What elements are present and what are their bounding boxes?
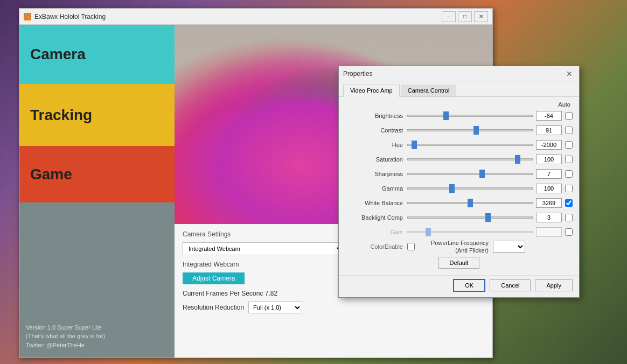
gamma-value[interactable]: 100 bbox=[536, 184, 562, 193]
contrast-auto-checkbox[interactable] bbox=[565, 127, 573, 134]
auto-header: Auto bbox=[345, 101, 573, 108]
title-bar: 🔧 ExBawx Hololol Tracking – □ ✕ bbox=[19, 9, 492, 25]
hue-value[interactable]: -2000 bbox=[536, 140, 562, 150]
hue-slider[interactable] bbox=[407, 144, 533, 146]
brightness-auto-checkbox[interactable] bbox=[565, 112, 573, 120]
dialog-tabs: Video Proc Amp Camera Control bbox=[339, 81, 579, 97]
brightness-label: Brightness bbox=[345, 113, 407, 119]
version-text: Version 1.0 Super Super Lite (That's wha… bbox=[26, 323, 168, 350]
saturation-label: Saturation bbox=[345, 156, 407, 163]
sidebar-item-game[interactable]: Game bbox=[19, 146, 175, 202]
prop-row-contrast: Contrast 91 bbox=[345, 124, 573, 136]
sidebar-item-tracking[interactable]: Tracking bbox=[19, 84, 175, 146]
brightness-slider[interactable] bbox=[407, 115, 533, 117]
sidebar: Camera Tracking Game Version 1.0 Super S… bbox=[19, 25, 175, 358]
white-balance-slider[interactable] bbox=[407, 202, 533, 204]
prop-row-hue: Hue -2000 bbox=[345, 139, 573, 151]
color-enable-row: ColorEnable PowerLine Frequency (Anti Fl… bbox=[345, 241, 573, 253]
prop-row-white-balance: White Balance 3269 bbox=[345, 197, 573, 209]
white-balance-auto-checkbox[interactable] bbox=[565, 199, 573, 207]
gain-label: Gain bbox=[345, 229, 407, 235]
contrast-label: Contrast bbox=[345, 127, 407, 134]
color-enable-label: ColorEnable bbox=[345, 243, 407, 250]
backlight-comp-auto-checkbox[interactable] bbox=[565, 214, 573, 221]
default-button[interactable]: Default bbox=[438, 257, 480, 269]
gain-slider-container bbox=[407, 228, 533, 236]
backlight-comp-value[interactable]: 3 bbox=[536, 213, 562, 222]
hue-auto-checkbox[interactable] bbox=[565, 141, 573, 149]
white-balance-value[interactable]: 3269 bbox=[536, 198, 562, 208]
contrast-slider-container bbox=[407, 126, 533, 135]
app-title: ExBawx Hololol Tracking bbox=[34, 13, 106, 20]
color-enable-checkbox[interactable] bbox=[407, 243, 415, 250]
prop-row-sharpness: Sharpness 7 bbox=[345, 168, 573, 180]
backlight-comp-slider[interactable] bbox=[407, 216, 533, 219]
sharpness-value[interactable]: 7 bbox=[536, 169, 562, 179]
saturation-value[interactable]: 100 bbox=[536, 155, 562, 164]
cancel-button[interactable]: Cancel bbox=[490, 279, 531, 291]
white-balance-label: White Balance bbox=[345, 200, 407, 206]
hue-slider-container bbox=[407, 141, 533, 149]
resolution-dropdown[interactable]: Full (x 1.0) bbox=[248, 302, 302, 313]
prop-row-gamma: Gamma 100 bbox=[345, 183, 573, 194]
powerline-dropdown[interactable] bbox=[493, 241, 525, 253]
sidebar-bottom: Version 1.0 Super Super Lite (That's wha… bbox=[19, 202, 175, 358]
gamma-slider[interactable] bbox=[407, 187, 533, 190]
gamma-slider-container bbox=[407, 184, 533, 193]
backlight-comp-label: Backlight Comp bbox=[345, 214, 407, 221]
brightness-slider-container bbox=[407, 111, 533, 120]
powerline-label: PowerLine Frequency (Anti Flicker) bbox=[431, 239, 489, 255]
app-icon: 🔧 bbox=[24, 13, 31, 20]
contrast-slider[interactable] bbox=[407, 129, 533, 131]
powerline-section: PowerLine Frequency (Anti Flicker) bbox=[431, 239, 573, 255]
gain-slider[interactable] bbox=[407, 231, 533, 233]
prop-row-gain: Gain bbox=[345, 226, 573, 238]
dialog-footer: Default bbox=[345, 257, 573, 269]
camera-dropdown[interactable]: Integrated Webcam bbox=[183, 242, 344, 255]
sharpness-auto-checkbox[interactable] bbox=[565, 170, 573, 178]
sharpness-label: Sharpness bbox=[345, 171, 407, 177]
sharpness-slider[interactable] bbox=[407, 173, 533, 175]
prop-row-backlight-comp: Backlight Comp 3 bbox=[345, 212, 573, 223]
gain-value[interactable] bbox=[536, 227, 562, 237]
ok-button[interactable]: OK bbox=[453, 279, 485, 292]
dialog-body: Auto Brightness -64 Contrast 91 Hue -2 bbox=[339, 97, 579, 275]
close-button[interactable]: ✕ bbox=[474, 11, 488, 22]
sharpness-slider-container bbox=[407, 170, 533, 178]
properties-dialog: Properties ✕ Video Proc Amp Camera Contr… bbox=[338, 66, 580, 298]
gamma-auto-checkbox[interactable] bbox=[565, 185, 573, 192]
gamma-label: Gamma bbox=[345, 185, 407, 192]
prop-row-brightness: Brightness -64 bbox=[345, 110, 573, 122]
saturation-auto-checkbox[interactable] bbox=[565, 156, 573, 163]
saturation-slider-container bbox=[407, 155, 533, 164]
dialog-close-button[interactable]: ✕ bbox=[564, 68, 575, 79]
dialog-title-bar: Properties ✕ bbox=[339, 66, 579, 81]
apply-button[interactable]: Apply bbox=[535, 279, 573, 291]
title-bar-left: 🔧 ExBawx Hololol Tracking bbox=[24, 13, 106, 20]
white-balance-slider-container bbox=[407, 199, 533, 207]
hue-label: Hue bbox=[345, 142, 407, 148]
dialog-action-row: OK Cancel Apply bbox=[339, 275, 579, 297]
resolution-row: Resolution Reduction Full (x 1.0) bbox=[183, 302, 484, 313]
backlight-comp-slider-container bbox=[407, 213, 533, 222]
sidebar-item-camera[interactable]: Camera bbox=[19, 25, 175, 84]
saturation-slider[interactable] bbox=[407, 158, 533, 160]
resolution-label: Resolution Reduction bbox=[183, 304, 244, 311]
title-controls: – □ ✕ bbox=[442, 11, 488, 22]
tab-video-proc-amp[interactable]: Video Proc Amp bbox=[343, 85, 400, 97]
adjust-camera-button[interactable]: Adjust Camera bbox=[183, 272, 245, 284]
gain-auto-checkbox[interactable] bbox=[565, 228, 573, 236]
dialog-title: Properties bbox=[343, 70, 373, 78]
brightness-value[interactable]: -64 bbox=[536, 111, 562, 121]
minimize-button[interactable]: – bbox=[442, 11, 456, 22]
contrast-value[interactable]: 91 bbox=[536, 125, 562, 135]
tab-camera-control[interactable]: Camera Control bbox=[401, 85, 457, 96]
maximize-button[interactable]: □ bbox=[458, 11, 472, 22]
prop-row-saturation: Saturation 100 bbox=[345, 153, 573, 165]
